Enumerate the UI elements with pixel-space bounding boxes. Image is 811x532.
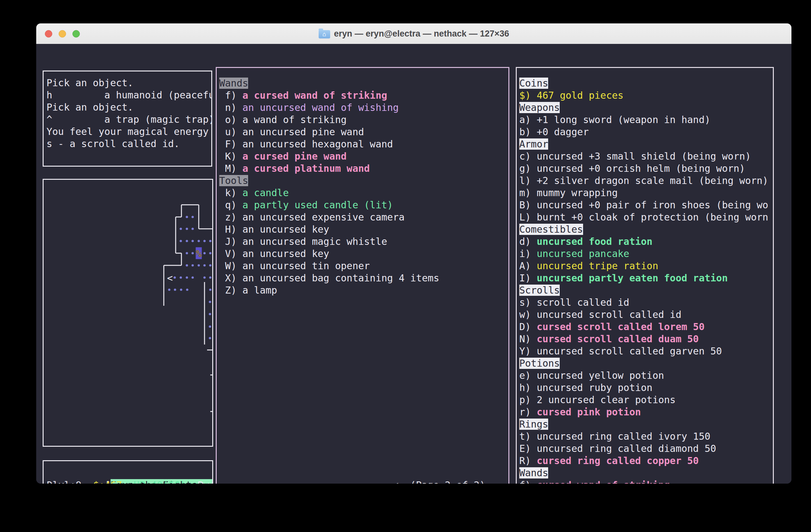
menu-item[interactable]: J) an uncursed magic whistle bbox=[219, 236, 387, 248]
item-key: c) bbox=[519, 151, 537, 162]
status-window: [Eryn the Fighter Dlvl:9 $:467 HP:40(56)… bbox=[43, 460, 213, 484]
item-key: Y) bbox=[519, 345, 537, 357]
menu-item[interactable]: r) cursed pink potion bbox=[519, 406, 641, 418]
menu-item[interactable]: m) mummy wrapping bbox=[519, 187, 618, 199]
inventory-menu-page2: <= (Page 2 of 2) Wands f) a cursed wand … bbox=[216, 67, 509, 484]
menu-item[interactable]: Z) a lamp bbox=[219, 284, 277, 296]
item-label: uncursed scroll called garven 50 bbox=[537, 345, 722, 357]
menu-item[interactable]: F) an uncursed hexagonal wand bbox=[219, 138, 393, 150]
message-window: Pick an object.h a humanoid (peacefulPic… bbox=[43, 71, 212, 167]
menu-item[interactable]: H) an uncursed key bbox=[219, 223, 329, 236]
item-key: H) bbox=[219, 224, 242, 235]
map-floor-dot bbox=[197, 264, 200, 266]
map-floor-dot bbox=[209, 288, 211, 291]
menu-item[interactable]: e) uncursed yellow potion bbox=[519, 370, 664, 382]
item-label: uncursed ring called diamond 50 bbox=[537, 443, 716, 454]
menu-item[interactable]: X) an uncursed bag containing 4 items bbox=[219, 272, 439, 284]
menu-item[interactable]: A) uncursed tripe ration bbox=[519, 260, 658, 272]
item-label: +0 dagger bbox=[537, 126, 589, 138]
item-label: an uncursed pine wand bbox=[242, 126, 364, 138]
title-group: ⌂ eryn — eryn@electra — nethack — 127×36 bbox=[319, 29, 509, 39]
status-field: 56 bbox=[168, 480, 180, 484]
stairs-up-glyph: < bbox=[167, 272, 173, 284]
item-label: 2 uncursed clear potions bbox=[537, 394, 675, 405]
item-key: f) bbox=[219, 90, 242, 101]
menu-item[interactable]: I) uncursed partly eaten food ration bbox=[519, 272, 728, 284]
item-label: cursed scroll called duam 50 bbox=[537, 333, 699, 345]
menu-section-row: Scrolls bbox=[519, 284, 560, 296]
map-floor-dot bbox=[174, 288, 176, 291]
menu-item[interactable]: o) a wand of striking bbox=[219, 114, 347, 126]
menu-item[interactable]: D) cursed scroll called lorem 50 bbox=[519, 321, 705, 333]
menu-item[interactable]: n) an uncursed wand of wishing bbox=[219, 101, 399, 114]
item-label: uncursed yellow potion bbox=[537, 370, 664, 381]
item-key: K) bbox=[219, 151, 242, 162]
menu-item[interactable]: N) cursed scroll called duam 50 bbox=[519, 333, 699, 345]
message-line: Pick an object. bbox=[46, 101, 133, 113]
menu-item[interactable]: $) 467 gold pieces bbox=[519, 90, 624, 101]
map-floor-dot bbox=[192, 228, 194, 230]
item-label: uncursed tripe ration bbox=[537, 260, 658, 271]
menu-item[interactable]: R) cursed ring called copper 50 bbox=[519, 455, 699, 467]
menu-item[interactable]: W) an uncursed tin opener bbox=[219, 260, 370, 272]
menu-section-row: Wands bbox=[219, 77, 248, 90]
menu-item[interactable]: b) +0 dagger bbox=[519, 126, 589, 138]
map-floor-dot bbox=[209, 337, 211, 339]
map-floor-dot bbox=[209, 252, 211, 254]
menu-section-row: Wands bbox=[519, 467, 548, 479]
menu-item[interactable]: L) burnt +0 cloak of protection (being w… bbox=[519, 211, 768, 223]
menu-item[interactable]: q) a partly used candle (lit) bbox=[219, 199, 393, 211]
menu-item[interactable]: f) cursed wand of striking bbox=[519, 479, 670, 484]
zoom-button[interactable] bbox=[73, 30, 80, 37]
map-floor-dot bbox=[197, 240, 200, 242]
menu-item[interactable]: d) uncursed food ration bbox=[519, 236, 652, 248]
folder-icon: ⌂ bbox=[319, 30, 330, 38]
map-window: %< bbox=[43, 179, 213, 447]
status-stats-row: Dlvl:9 $:467 HP:40(56) Pw: bbox=[47, 479, 213, 484]
menu-item[interactable]: Y) uncursed scroll called garven 50 bbox=[519, 345, 722, 357]
menu-item[interactable]: h) uncursed ruby potion bbox=[519, 382, 652, 394]
menu-item[interactable]: V) an uncursed key bbox=[219, 248, 329, 260]
status-field: Pw: bbox=[197, 480, 213, 484]
menu-item[interactable]: w) uncursed scroll called id bbox=[519, 309, 682, 321]
menu-item[interactable]: l) +2 silver dragon scale mail (being wo… bbox=[519, 175, 768, 187]
menu-item[interactable]: g) uncursed +0 orcish helm (being worn) bbox=[519, 162, 745, 175]
menu-item[interactable]: t) uncursed ring called ivory 150 bbox=[519, 431, 710, 442]
menu-item[interactable]: M) a cursed platinum wand bbox=[219, 162, 370, 175]
section-header: Weapons bbox=[519, 102, 560, 113]
status-field: Dlvl:9 bbox=[47, 480, 81, 484]
item-key: w) bbox=[519, 309, 537, 320]
item-key: h) bbox=[519, 382, 537, 393]
menu-item[interactable]: a) +1 long sword (weapon in hand) bbox=[519, 114, 710, 126]
menu-item[interactable]: E) uncursed ring called diamond 50 bbox=[519, 442, 716, 455]
item-key: F) bbox=[219, 138, 242, 150]
menu-item[interactable]: B) uncursed +0 pair of iron shoes (being… bbox=[519, 199, 768, 211]
map-floor-dot bbox=[203, 264, 205, 266]
item-label: a candle bbox=[242, 187, 289, 198]
item-label: uncursed ring called ivory 150 bbox=[537, 431, 710, 442]
menu-item[interactable]: k) a candle bbox=[219, 187, 289, 199]
menu-item[interactable]: c) uncursed +3 small shield (being worn) bbox=[519, 150, 751, 162]
item-label: uncursed +0 orcish helm (being worn) bbox=[537, 163, 745, 174]
minimize-button[interactable] bbox=[59, 30, 66, 37]
item-key: Z) bbox=[219, 285, 242, 296]
menu-item[interactable]: K) a cursed pine wand bbox=[219, 150, 347, 162]
map-floor-dot bbox=[173, 276, 176, 279]
item-key: d) bbox=[519, 236, 537, 247]
menu-item[interactable]: s) scroll called id bbox=[519, 296, 629, 309]
close-button[interactable] bbox=[45, 30, 52, 37]
titlebar: ⌂ eryn — eryn@electra — nethack — 127×36 bbox=[36, 24, 792, 44]
menu-item[interactable]: z) an uncursed expensive camera bbox=[219, 211, 404, 223]
map-floor-dot bbox=[186, 264, 188, 266]
message-line: s - a scroll called id. bbox=[46, 138, 180, 150]
section-header: Rings bbox=[519, 419, 548, 430]
dungeon-map: %< bbox=[44, 180, 212, 446]
menu-item[interactable]: u) an uncursed pine wand bbox=[219, 126, 364, 138]
menu-item[interactable]: p) 2 uncursed clear potions bbox=[519, 394, 676, 406]
item-key: p) bbox=[519, 394, 537, 405]
item-label: uncursed partly eaten food ration bbox=[537, 272, 728, 284]
status-field: ) bbox=[180, 480, 186, 484]
menu-item[interactable]: i) uncursed pancake bbox=[519, 248, 629, 260]
map-floor-dot bbox=[203, 252, 205, 254]
menu-item[interactable]: f) a cursed wand of striking bbox=[219, 90, 387, 101]
